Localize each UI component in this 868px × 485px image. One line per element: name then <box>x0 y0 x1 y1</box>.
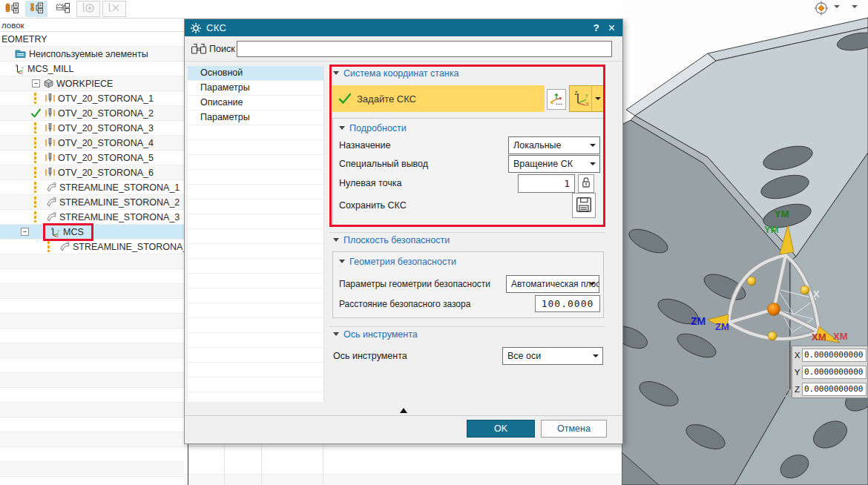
dialog-nav-item[interactable]: Описание <box>188 96 323 110</box>
dialog-nav-empty-row <box>188 155 323 170</box>
machine-tool-view-button[interactable] <box>50 1 74 17</box>
tree-item[interactable]: OTV_20_STORONA_2 <box>0 106 184 121</box>
tree-item[interactable]: −zYxMCS <box>0 225 184 240</box>
axis-label-x: X <box>813 288 820 300</box>
graphics-viewport[interactable]: YM YM ZM ZM X XM XM X0.0000000000Y0.0000… <box>622 0 868 485</box>
safety-geometry-header[interactable]: Геометрия безопасности <box>339 257 456 267</box>
fixture-offset-label: Нулевая точка <box>339 178 401 188</box>
tool-axis-value: Все оси <box>507 351 541 361</box>
csys-icon: zYx <box>49 226 60 237</box>
tree-item-label: OTV_20_STORONA_4 <box>58 138 154 148</box>
readout-value-input[interactable]: 0.0000000000 <box>802 366 867 379</box>
dialog-nav-item[interactable]: Основной <box>188 66 323 81</box>
check-icon <box>338 93 352 105</box>
application-window: YM YM ZM ZM X XM XM X0.0000000000Y0.0000… <box>0 0 868 485</box>
cancel-button[interactable]: Отмена <box>541 420 607 438</box>
tree-item-label: OTV_20_STORONA_1 <box>58 93 154 104</box>
csys-type-button[interactable]: ZYX <box>569 85 604 112</box>
ok-button[interactable]: OK <box>467 420 535 438</box>
details-header[interactable]: Подробности <box>339 123 407 133</box>
dialog-nav-item[interactable]: Параметры <box>188 81 323 96</box>
svg-text:Z: Z <box>574 90 577 95</box>
program-order-view-button[interactable] <box>1 1 23 17</box>
triangle-up-icon <box>400 404 407 413</box>
tree-item-label: OTV_20_STORONA_3 <box>58 123 154 133</box>
tree-item[interactable]: OTV_20_STORONA_3 <box>0 121 184 136</box>
safety-geometry-title: Геометрия безопасности <box>349 257 456 267</box>
section-mcs-header[interactable]: Система координат станка <box>333 68 458 79</box>
close-button[interactable]: × <box>605 22 622 34</box>
tree-item[interactable]: OTV_20_STORONA_5 <box>0 151 184 165</box>
section-tool-axis-header[interactable]: Ось инструмента <box>333 329 418 340</box>
safe-distance-input[interactable]: 100.0000 <box>535 295 600 312</box>
tree-item-label: OTV_20_STORONA_5 <box>58 153 154 163</box>
lock-button[interactable] <box>578 174 594 193</box>
safety-option-combo[interactable]: Автоматическая плоскость <box>506 275 599 293</box>
readout-row: Y0.0000000000 <box>792 363 867 380</box>
tree-item[interactable]: Неиспользуемые элементы <box>0 47 184 62</box>
specify-mcs-field[interactable]: Задайте СКС <box>332 85 545 112</box>
section-clearance-header[interactable]: Плоскость безопасности <box>333 235 450 245</box>
readout-row: Z0.0000000000 <box>792 380 867 397</box>
section-tool-axis-title: Ось инструмента <box>343 329 418 340</box>
csys-type-dropdown[interactable] <box>592 86 603 111</box>
purpose-value: Локальные <box>513 140 562 151</box>
surface-icon <box>46 182 57 193</box>
unlock-icon <box>581 176 591 191</box>
orbit-origin-button[interactable] <box>812 0 832 16</box>
dialog-nav-empty-row <box>188 288 323 303</box>
dialog-nav-empty-row <box>188 185 323 199</box>
fixture-offset-input[interactable]: 1 <box>518 174 575 193</box>
svg-text:X: X <box>585 101 589 106</box>
readout-value-input[interactable]: 0.0000000000 <box>802 383 867 396</box>
special-output-combo[interactable]: Вращение СК <box>508 155 600 173</box>
drill-icon <box>45 152 56 163</box>
mcs-dialog: СКС ? × Поиск ОсновнойПараметрыОписаниеП… <box>184 19 623 444</box>
dialog-collapse-button[interactable] <box>185 404 622 415</box>
dialog-nav-item[interactable]: Параметры <box>188 110 323 125</box>
tree-item[interactable]: STREAMLINE_STORONA_3 <box>0 210 184 225</box>
section-mcs-title: Система координат станка <box>343 68 458 79</box>
search-input[interactable] <box>237 41 612 57</box>
safe-distance-value: 100.0000 <box>542 298 594 309</box>
warning-marker-icon <box>34 152 36 163</box>
readout-value-input[interactable]: 0.0000000000 <box>802 349 867 362</box>
tree-item[interactable]: OTV_20_STORONA_6 <box>0 165 184 180</box>
readout-drag-handle[interactable] <box>783 346 792 398</box>
save-icon <box>575 196 593 216</box>
geometry-view-button[interactable] <box>25 1 47 17</box>
safe-distance-label: Расстояние безопасного зазора <box>339 299 470 309</box>
tree-item[interactable]: STREAMLINE_STORONA_5 <box>0 240 184 254</box>
drill-icon <box>45 137 56 148</box>
dialog-nav-empty-row <box>188 214 323 229</box>
tree-item[interactable]: zYxMCS_MILL <box>0 62 184 76</box>
tree-item[interactable]: OTV_20_STORONA_1 <box>0 91 184 106</box>
gear-icon <box>190 22 202 34</box>
tree-expander-icon[interactable]: − <box>32 79 40 88</box>
orbit-icon <box>813 0 831 16</box>
readout-grid: X0.0000000000Y0.0000000000Z0.0000000000 <box>792 346 868 398</box>
csys-dialog-button[interactable] <box>547 89 566 110</box>
navigator-column-header[interactable]: ловок <box>0 19 184 32</box>
orbit-dropdown-button[interactable] <box>832 4 841 13</box>
circle-plus-icon <box>82 1 96 16</box>
dialog-titlebar[interactable]: СКС ? × <box>185 19 622 36</box>
tree-item[interactable]: −WORKPIECE <box>0 76 184 91</box>
purpose-combo[interactable]: Локальные <box>508 136 600 154</box>
tree-expander-icon[interactable]: − <box>21 228 29 236</box>
tree-item[interactable]: STREAMLINE_STORONA_1 <box>0 180 184 195</box>
tree-item[interactable]: EOMETRY <box>0 32 184 47</box>
save-mcs-button[interactable] <box>572 193 596 218</box>
warning-marker-icon <box>34 137 36 148</box>
tool-axis-combo[interactable]: Все оси <box>502 347 603 365</box>
tree-item[interactable]: STREAMLINE_STORONA_2 <box>0 195 184 210</box>
dialog-nav-empty-row <box>188 303 323 318</box>
surface-icon <box>46 197 57 208</box>
view-dropdown-button[interactable] <box>850 4 859 13</box>
help-button[interactable]: ? <box>587 22 605 33</box>
csys-dialog-icon <box>549 91 564 108</box>
axis-label-xm-2: XM <box>833 331 848 342</box>
warning-marker-icon <box>34 211 36 222</box>
navigator-rows: EOMETRYНеиспользуемые элементыzYxMCS_MIL… <box>0 32 184 254</box>
tree-item[interactable]: OTV_20_STORONA_4 <box>0 136 184 151</box>
